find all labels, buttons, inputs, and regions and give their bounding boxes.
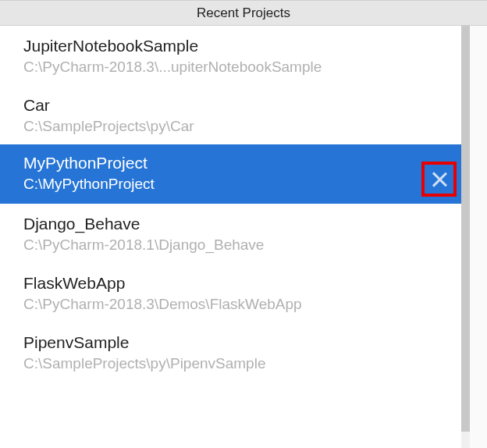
project-item-flaskwebapp[interactable]: FlaskWebApp C:\PyCharm-2018.3\Demos\Flas… (0, 263, 461, 322)
close-icon[interactable] (432, 172, 447, 187)
project-path: C:\SampleProjects\py\PipenvSample (23, 355, 461, 372)
scrollbar-track[interactable] (461, 26, 470, 448)
recent-projects-header: Recent Projects (0, 0, 487, 26)
project-item-pipenvsample[interactable]: PipenvSample C:\SampleProjects\py\Pipenv… (0, 322, 461, 382)
project-name: MyPythonProject (23, 154, 461, 172)
recent-projects-list: JupiterNotebookSample C:\PyCharm-2018.3\… (0, 26, 461, 448)
scrollbar-thumb[interactable] (461, 26, 470, 432)
project-path: C:\PyCharm-2018.3\Demos\FlaskWebApp (23, 296, 461, 313)
project-path: C:\PyCharm-2018.3\...upiterNotebookSampl… (23, 59, 461, 76)
right-gutter (470, 26, 487, 448)
project-name: JupiterNotebookSample (23, 37, 461, 55)
project-item-car[interactable]: Car C:\SampleProjects\py\Car (0, 85, 461, 144)
project-item-django-behave[interactable]: Django_Behave C:\PyCharm-2018.1\Django_B… (0, 204, 461, 263)
close-annotation (421, 162, 457, 197)
project-name: Django_Behave (23, 215, 461, 233)
project-path: C:\SampleProjects\py\Car (23, 118, 461, 135)
project-item-mypythonproject[interactable]: MyPythonProject C:\MyPythonProject (0, 144, 461, 204)
project-path: C:\PyCharm-2018.1\Django_Behave (23, 236, 461, 254)
project-name: FlaskWebApp (23, 274, 461, 293)
project-name: Car (23, 96, 461, 115)
project-path: C:\MyPythonProject (23, 176, 461, 193)
header-title: Recent Projects (197, 5, 290, 21)
project-name: PipenvSample (23, 333, 461, 352)
project-item-jupiternotebooksample[interactable]: JupiterNotebookSample C:\PyCharm-2018.3\… (0, 26, 461, 85)
